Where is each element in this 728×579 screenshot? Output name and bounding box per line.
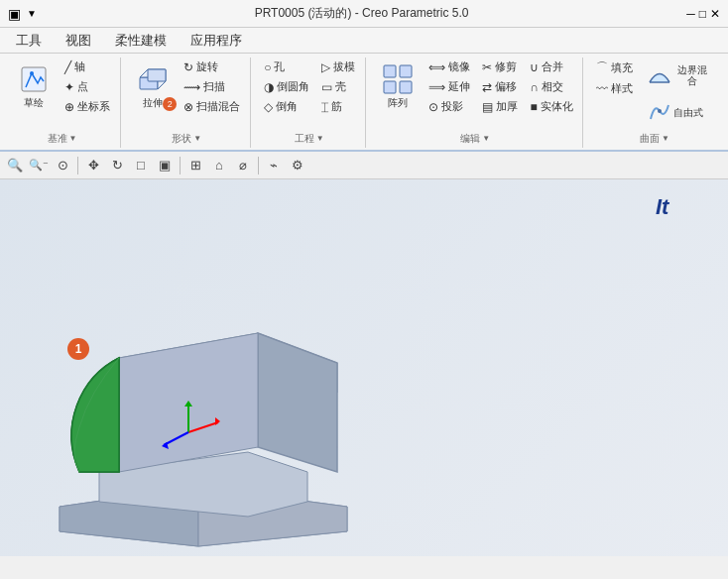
edit-dropdown[interactable]: ▼ [482,134,490,143]
boundary-label: 边界混合 [673,64,712,86]
rib-icon: ⌶ [321,100,328,114]
coord-btn[interactable]: ⊕ 坐标系 [60,97,115,116]
ribbon-group-datum: 草绘 ╱ 轴 ✦ 点 ⊕ 坐标系 [4,58,121,148]
shape-group-label: 形状 [172,132,191,146]
mirror-label: 镜像 [448,59,470,74]
shell-btn[interactable]: ▭ 壳 [316,77,360,96]
mirror-btn[interactable]: ⟺ 镜像 [424,58,475,76]
analysis-btn[interactable]: ⌁ [263,155,285,176]
shape-col: ↻ 旋转 ⟿ 扫描 ⊗ 扫描混合 [179,58,245,116]
menu-apps[interactable]: 应用程序 [179,29,254,53]
boundary-icon [646,61,673,89]
datum-col: ╱ 轴 ✦ 点 ⊕ 坐标系 [60,58,115,116]
edit-col2: ✂ 修剪 ⇄ 偏移 ▤ 加厚 [477,58,523,116]
extend-label: 延伸 [448,79,470,94]
it-label: It [656,194,668,220]
rib-btn[interactable]: ⌶ 筋 [316,97,360,116]
menu-flexible[interactable]: 柔性建模 [103,29,179,53]
solidify-btn[interactable]: ■ 实体化 [525,97,577,116]
chamfer-btn[interactable]: ◇ 倒角 [259,97,314,116]
merge-label: 合并 [542,59,563,74]
style-btn[interactable]: 〰 样式 [591,79,638,98]
intersect-btn[interactable]: ∩ 相交 [525,77,577,96]
datum-dropdown[interactable]: ▼ [69,134,77,143]
merge-btn[interactable]: ∪ 合并 [525,58,577,76]
offset-btn[interactable]: ⇄ 偏移 [477,77,523,96]
zoom-out-btn[interactable]: 🔍⁻ [28,155,50,176]
pan-btn[interactable]: ✥ [82,155,104,176]
freestyle-btn[interactable]: 自由式 [640,94,718,130]
svg-rect-5 [384,65,396,77]
edit-col1: ⟺ 镜像 ⟹ 延伸 ⊙ 投影 [424,58,475,116]
chamfer-icon: ◇ [264,100,273,114]
ribbon-group-edit-items: 阵列 ⟺ 镜像 ⟹ 延伸 ⊙ 投影 [374,58,576,130]
ribbon-group-eng-items: ○ 孔 ◑ 倒圆角 ◇ 倒角 ▷ 拔模 [259,58,359,130]
close-btn[interactable]: ✕ [710,7,720,21]
fill-icon: ⌒ [596,59,608,76]
zoom-in-btn[interactable]: 🔍 [4,155,26,176]
eng-dropdown[interactable]: ▼ [316,134,324,143]
thicken-btn[interactable]: ▤ 加厚 [477,97,523,116]
fit-btn[interactable]: ⊙ [52,155,73,176]
eng-col1: ○ 孔 ◑ 倒圆角 ◇ 倒角 [259,58,314,116]
round-btn[interactable]: ◑ 倒圆角 [259,77,314,96]
point-label: 点 [77,79,88,94]
array-btn[interactable]: 阵列 [374,58,422,112]
menu-view[interactable]: 视图 [54,29,103,53]
view-btn[interactable]: ⊞ [184,155,206,176]
freestyle-label: 自由式 [673,107,703,118]
edit-col3: ∪ 合并 ∩ 相交 ■ 实体化 [525,58,577,116]
thicken-icon: ▤ [482,100,493,114]
annotation-1[interactable]: 1 [67,338,89,360]
project-label: 投影 [441,99,463,114]
point-icon: ✦ [64,80,74,94]
svg-rect-7 [384,81,396,93]
offset-icon: ⇄ [482,80,492,94]
quick-access-arrow[interactable]: ▼ [27,8,37,19]
sketch-label: 草绘 [24,97,44,108]
boundary-btn[interactable]: 边界混合 [640,58,718,93]
offset-label: 偏移 [495,79,517,94]
blend-btn[interactable]: ⊗ 扫描混合 [179,97,245,116]
extend-btn[interactable]: ⟹ 延伸 [424,77,475,96]
draft-btn[interactable]: ▷ 拔模 [316,58,360,76]
rotate-btn[interactable]: ↻ [106,155,128,176]
orient-btn[interactable]: ⌂ [208,155,230,176]
surf-dropdown[interactable]: ▼ [662,134,669,143]
hole-btn[interactable]: ○ 孔 [259,58,314,76]
intersect-icon: ∩ [530,80,539,94]
fill-btn[interactable]: ⌒ 填充 [591,58,638,78]
sketch-btn[interactable]: 草绘 [10,58,58,112]
section-btn[interactable]: ⌀ [232,155,254,176]
viewport: 1 It [0,179,728,556]
maximize-btn[interactable]: □ [699,7,706,21]
axis-label: 轴 [74,59,85,74]
datum-group-label: 基准 [48,132,67,146]
shape-group-label-row: 形状 ▼ [129,130,244,146]
eng-group-label: 工程 [295,132,314,146]
blend-icon: ⊗ [183,100,193,114]
trim-btn[interactable]: ✂ 修剪 [477,58,523,76]
surf-group-label: 曲面 [640,132,660,146]
minimize-btn[interactable]: ─ [686,7,695,21]
edit-group-label: 编辑 [460,132,480,146]
titlebar-title: PRT0005 (活动的) - Creo Parametric 5.0 [255,5,469,22]
point-btn[interactable]: ✦ 点 [60,77,115,96]
toolbar-sep1 [77,157,78,174]
settings-btn[interactable]: ⚙ [287,155,308,176]
revolve-btn[interactable]: ↻ 旋转 [179,58,245,76]
menu-tool[interactable]: 工具 [4,29,54,53]
shape-dropdown[interactable]: ▼ [193,134,201,143]
project-btn[interactable]: ⊙ 投影 [424,97,475,116]
shaded-btn[interactable]: ▣ [154,155,176,176]
app-menu-icon[interactable]: ▣ [8,6,21,22]
shell-label: 壳 [335,79,346,94]
wireframe-btn[interactable]: □ [130,155,152,176]
svg-marker-15 [258,333,337,472]
axis-btn[interactable]: ╱ 轴 [60,58,115,76]
sweep-icon: ⟿ [183,80,200,94]
style-icon: 〰 [596,82,608,96]
hole-label: 孔 [274,59,285,74]
freestyle-icon [646,98,673,126]
sweep-btn[interactable]: ⟿ 扫描 [179,77,245,96]
